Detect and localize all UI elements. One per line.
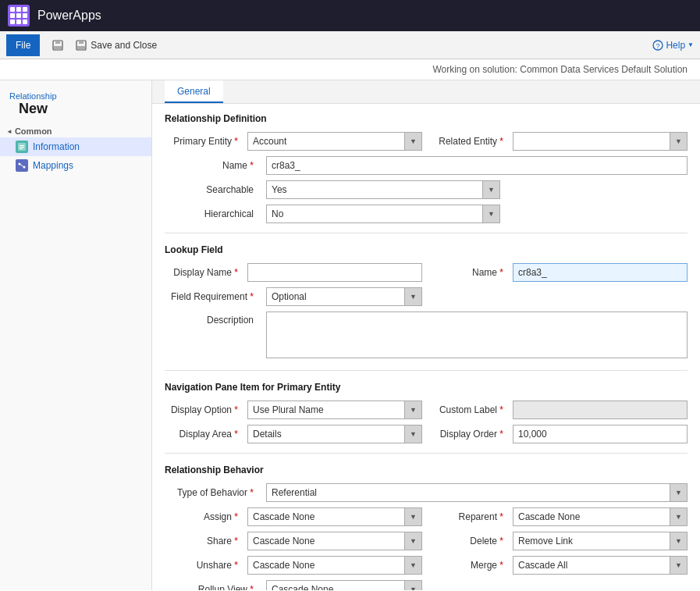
unshare-select[interactable]: Cascade None ▼ — [247, 556, 422, 575]
name-field-wrapper — [266, 156, 688, 175]
svg-rect-11 — [20, 148, 23, 149]
svg-text:?: ? — [656, 42, 660, 50]
delete-label: Delete * — [430, 536, 508, 546]
type-behavior-required: * — [250, 487, 254, 498]
custom-label-label: Custom Label * — [430, 404, 508, 415]
description-field — [266, 312, 688, 361]
merge-required: * — [499, 560, 503, 571]
merge-select[interactable]: Cascade All ▼ — [513, 556, 688, 575]
rollup-view-field: Cascade None ▼ — [266, 580, 422, 590]
display-area-value: Details — [248, 429, 404, 440]
waffle-icon[interactable] — [8, 5, 30, 27]
col-assign: Assign * Cascade None ▼ — [165, 507, 422, 526]
information-icon — [16, 141, 28, 153]
display-order-input[interactable] — [513, 425, 688, 443]
primary-entity-select[interactable]: Account ▼ — [247, 132, 422, 151]
row-unshare-merge: Unshare * Cascade None ▼ Merge * — [165, 556, 688, 575]
tab-general[interactable]: General — [165, 80, 223, 103]
content-area: General Relationship Definition Primary … — [152, 80, 700, 590]
svg-line-14 — [20, 164, 24, 167]
assign-arrow: ▼ — [404, 508, 421, 525]
sidebar: Relationship New Common Information Mapp… — [0, 80, 152, 590]
type-behavior-select[interactable]: Referential ▼ — [266, 483, 688, 502]
field-requirement-required: * — [250, 291, 254, 302]
share-required: * — [234, 536, 238, 546]
display-order-label: Display Order * — [430, 429, 508, 440]
reparent-required: * — [499, 511, 503, 522]
delete-field: Remove Link ▼ — [513, 532, 688, 550]
field-requirement-arrow: ▼ — [404, 288, 421, 305]
lookup-name-input[interactable] — [513, 263, 688, 282]
type-behavior-field: Referential ▼ — [266, 483, 688, 502]
related-entity-select[interactable]: ▼ — [513, 132, 688, 151]
row-share-delete: Share * Cascade None ▼ Delete * — [165, 532, 688, 550]
section-lookup-field: Lookup Field — [165, 244, 688, 255]
assign-value: Cascade None — [248, 511, 404, 522]
display-option-label: Display Option * — [165, 404, 243, 415]
rollup-view-label: Rollup View * — [165, 584, 258, 590]
col-related-entity: Related Entity * ▼ — [430, 132, 688, 151]
sidebar-breadcrumb[interactable]: Relationship — [9, 91, 142, 101]
reparent-select[interactable]: Cascade None ▼ — [513, 507, 688, 526]
svg-rect-4 — [79, 41, 84, 44]
related-entity-required: * — [499, 136, 503, 147]
lookup-name-required: * — [499, 267, 503, 278]
assign-field: Cascade None ▼ — [247, 507, 422, 526]
custom-label-field — [513, 401, 688, 419]
display-area-select[interactable]: Details ▼ — [247, 425, 422, 443]
merge-value: Cascade All — [513, 560, 670, 571]
hierarchical-label: Hierarchical — [165, 208, 258, 219]
assign-select[interactable]: Cascade None ▼ — [247, 507, 422, 526]
solution-banner-text: Working on solution: Common Data Service… — [432, 64, 688, 75]
tab-bar: General — [152, 80, 700, 104]
row-description: Description — [165, 312, 688, 361]
merge-label: Merge * — [430, 560, 508, 571]
help-button[interactable]: ? Help ▼ — [652, 40, 694, 51]
custom-label-required: * — [499, 404, 503, 415]
sidebar-item-information[interactable]: Information — [0, 137, 151, 156]
help-dropdown-arrow[interactable]: ▼ — [688, 41, 694, 48]
primary-entity-arrow: ▼ — [404, 133, 421, 150]
row-field-requirement: Field Requirement * Optional ▼ — [165, 287, 688, 306]
hierarchical-select[interactable]: No ▼ — [266, 205, 500, 223]
custom-label-input[interactable] — [513, 401, 688, 419]
app-title: PowerApps — [37, 9, 101, 23]
svg-rect-2 — [54, 46, 62, 49]
description-input[interactable] — [266, 312, 688, 358]
help-label: Help — [666, 40, 685, 51]
col-display-area: Display Area * Details ▼ — [165, 425, 422, 443]
svg-rect-9 — [20, 145, 24, 146]
rollup-view-select[interactable]: Cascade None ▼ — [266, 580, 422, 590]
toolbar: File Save and Close ? Help ▼ — [0, 31, 700, 59]
row-assign-reparent: Assign * Cascade None ▼ Reparent * — [165, 507, 688, 526]
merge-arrow: ▼ — [670, 557, 687, 574]
field-requirement-select[interactable]: Optional ▼ — [266, 287, 422, 306]
file-button[interactable]: File — [6, 34, 40, 56]
sidebar-item-mappings[interactable]: Mappings — [0, 156, 151, 175]
searchable-select[interactable]: Yes ▼ — [266, 180, 500, 199]
sidebar-item-information-label: Information — [33, 141, 80, 152]
searchable-field: Yes ▼ — [266, 180, 500, 199]
row-type-behavior: Type of Behavior * Referential ▼ — [165, 483, 688, 502]
save-and-close-button[interactable]: Save and Close — [69, 36, 162, 55]
save-icon-button[interactable] — [46, 36, 69, 55]
display-name-input[interactable] — [247, 263, 422, 282]
display-option-select[interactable]: Use Plural Name ▼ — [247, 401, 422, 419]
rollup-view-required: * — [250, 584, 254, 590]
related-entity-field: ▼ — [513, 132, 688, 151]
searchable-value: Yes — [267, 184, 482, 195]
name-input[interactable] — [266, 156, 688, 175]
tab-general-label: General — [177, 86, 211, 97]
display-option-value: Use Plural Name — [248, 404, 404, 415]
delete-select[interactable]: Remove Link ▼ — [513, 532, 688, 550]
col-reparent: Reparent * Cascade None ▼ — [430, 507, 688, 526]
primary-entity-field: Account ▼ — [247, 132, 422, 151]
related-entity-arrow: ▼ — [670, 133, 687, 150]
row-searchable: Searchable Yes ▼ — [165, 180, 688, 199]
col-display-order: Display Order * — [430, 425, 688, 443]
assign-label: Assign * — [165, 511, 243, 522]
share-select[interactable]: Cascade None ▼ — [247, 532, 422, 550]
col-display-name: Display Name * — [165, 263, 422, 282]
sidebar-section-common: Common — [0, 123, 151, 137]
primary-entity-required: * — [234, 136, 238, 147]
